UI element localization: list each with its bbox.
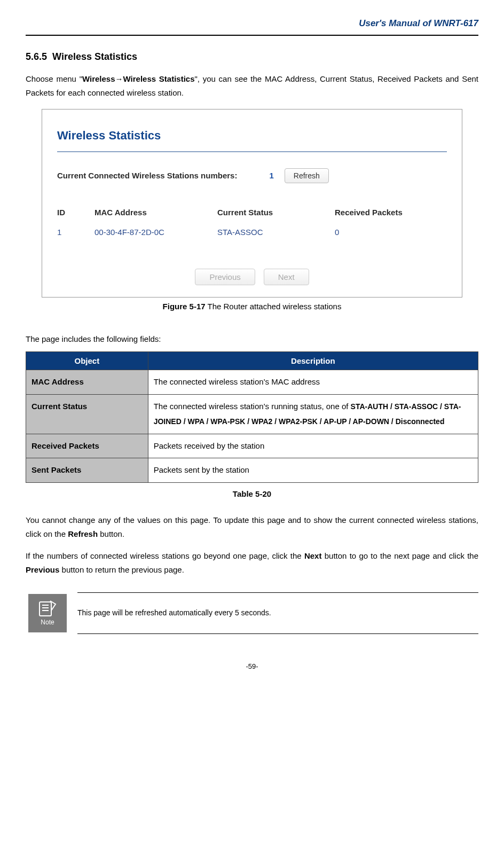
section-number: 5.6.5	[26, 51, 47, 62]
desc-status: The connected wireless station's running…	[148, 394, 478, 434]
intro-menu-path: Wireless→Wireless Statistics	[82, 74, 195, 83]
cell-received: 0	[335, 225, 447, 239]
note-block: Note This page will be refreshed automat…	[28, 592, 478, 634]
paragraph-refresh: You cannot change any of the values on t…	[26, 513, 478, 541]
stations-header-row: ID MAC Address Current Status Received P…	[57, 206, 447, 220]
p2c: button to go to the next page and click …	[321, 551, 478, 560]
desc-sent: Packets sent by the station	[148, 458, 478, 483]
p2b: Next	[304, 551, 322, 560]
desc-mac: The connected wireless station's MAC add…	[148, 370, 478, 395]
p1c: button.	[98, 529, 124, 538]
page-header: User's Manual of WNRT-617	[26, 16, 478, 36]
table-caption: Table 5-20	[26, 487, 478, 501]
desc-received: Packets received by the station	[148, 434, 478, 458]
col-mac: MAC Address	[94, 206, 217, 220]
intro-paragraph: Choose menu "Wireless→Wireless Statistic…	[26, 72, 478, 99]
cell-id: 1	[57, 225, 94, 239]
obj-mac: MAC Address	[26, 370, 148, 395]
figure-caption: Figure 5-17 The Router attached wireless…	[26, 300, 478, 314]
table-row: Current Status The connected wireless st…	[26, 394, 478, 434]
previous-button[interactable]: Previous	[195, 269, 255, 285]
obj-sent: Sent Packets	[26, 458, 148, 483]
p2d: Previous	[26, 565, 59, 574]
desc-status-prefix: The connected wireless station's running…	[154, 402, 351, 411]
obj-received: Received Packets	[26, 434, 148, 458]
note-icon: Note	[28, 594, 67, 632]
figure-caption-number: Figure 5-17	[163, 302, 206, 311]
connected-label: Current Connected Wireless Stations numb…	[57, 169, 237, 183]
col-id: ID	[57, 206, 94, 220]
stations-data-row: 1 00-30-4F-87-2D-0C STA-ASSOC 0	[57, 225, 447, 239]
note-text: This page will be refreshed automaticall…	[77, 592, 478, 634]
p2a: If the numbers of connected wireless sta…	[26, 551, 304, 560]
cell-status: STA-ASSOC	[217, 225, 335, 239]
fields-intro: The page includes the following fields:	[26, 332, 478, 346]
p2e: button to return the previous page.	[59, 565, 184, 574]
table-row: Received Packets Packets received by the…	[26, 434, 478, 458]
connected-row: Current Connected Wireless Stations numb…	[57, 168, 447, 183]
section-heading: 5.6.5 Wireless Statistics	[26, 49, 478, 65]
refresh-button[interactable]: Refresh	[285, 168, 329, 183]
intro-prefix: Choose menu "	[26, 74, 82, 83]
table-row: Sent Packets Packets sent by the station	[26, 458, 478, 483]
p1b: Refresh	[68, 529, 98, 538]
note-label: Note	[41, 617, 54, 628]
section-title: Wireless Statistics	[52, 51, 137, 62]
next-button[interactable]: Next	[264, 269, 309, 285]
figure-screenshot: Wireless Statistics Current Connected Wi…	[42, 109, 462, 297]
obj-status: Current Status	[26, 394, 148, 434]
connected-count: 1	[269, 169, 273, 183]
col-received: Received Packets	[335, 206, 447, 220]
page-number: -59-	[26, 661, 478, 672]
svg-rect-0	[40, 602, 51, 616]
figure-caption-text: The Router attached wireless stations	[206, 302, 342, 311]
th-object: Object	[26, 351, 148, 370]
figure-panel-title: Wireless Statistics	[57, 126, 447, 152]
figure-nav: Previous Next	[57, 269, 447, 285]
definition-table: Object Description MAC Address The conne…	[26, 351, 478, 483]
col-status: Current Status	[217, 206, 335, 220]
paragraph-pagination: If the numbers of connected wireless sta…	[26, 549, 478, 576]
th-description: Description	[148, 351, 478, 370]
table-row: MAC Address The connected wireless stati…	[26, 370, 478, 395]
cell-mac: 00-30-4F-87-2D-0C	[94, 225, 217, 239]
